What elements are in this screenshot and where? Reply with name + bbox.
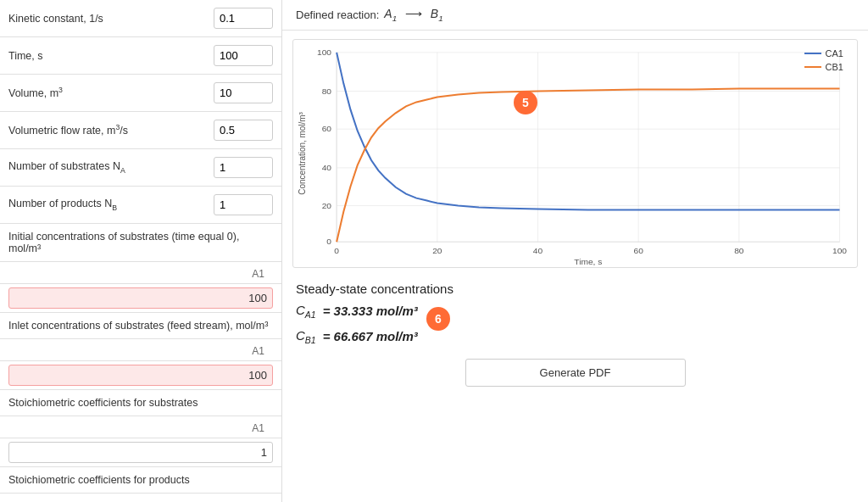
svg-text:20: 20	[322, 200, 332, 209]
stoich-substrates-a1-label: A1	[8, 420, 273, 434]
reaction-header: Defined reaction: A1 ⟶ B1	[282, 0, 868, 31]
cb1-formula-row: CB1 = 66.667 mol/m³	[296, 328, 418, 345]
inlet-conc-header: Inlet concentrations of substrates (feed…	[0, 313, 281, 339]
svg-text:80: 80	[734, 246, 744, 255]
volume-label: Volume, m3	[8, 86, 214, 99]
svg-text:60: 60	[322, 124, 332, 133]
generate-pdf-button[interactable]: Generate PDF	[465, 359, 686, 387]
svg-text:40: 40	[322, 163, 332, 172]
num-products-row: Number of products NB	[0, 187, 281, 224]
svg-text:Time, s: Time, s	[574, 257, 602, 266]
stoich-substrates-a1-input[interactable]	[8, 442, 273, 463]
cb1-value: = 66.667 mol/m³	[323, 329, 418, 343]
initial-conc-a1-label: A1	[8, 265, 273, 280]
badge-5: 5	[514, 91, 537, 114]
time-label: Time, s	[8, 50, 214, 62]
num-products-input[interactable]	[214, 194, 273, 215]
volumetric-flow-row: Volumetric flow rate, m3/s	[0, 112, 281, 149]
ca1-formula-row: CA1 = 33.333 mol/m³	[296, 303, 418, 320]
reaction-formula: A1 ⟶ B1	[384, 7, 442, 23]
initial-conc-label-row: A1	[0, 262, 281, 284]
right-panel: Defined reaction: A1 ⟶ B1 5 CA1 CB1 Conc…	[282, 0, 868, 502]
ca1-value: = 33.333 mol/m³	[323, 304, 418, 318]
chart-svg: Concentration, mol/m³ 0 20 40 60	[293, 40, 857, 267]
svg-text:40: 40	[533, 246, 543, 255]
inlet-conc-label-row: A1	[0, 339, 281, 361]
stoich-substrates-input-row	[0, 438, 281, 467]
num-substrates-row: Number of substrates NA	[0, 149, 281, 187]
svg-text:0: 0	[334, 246, 339, 255]
cb1-legend-label: CB1	[826, 62, 843, 72]
ca1-curve	[337, 53, 839, 210]
num-substrates-label: Number of substrates NA	[8, 160, 214, 175]
svg-text:100: 100	[317, 47, 331, 57]
left-panel: Kinetic constant, 1/s Time, s Volume, m3…	[0, 0, 282, 502]
volumetric-flow-input[interactable]	[214, 120, 273, 141]
svg-text:60: 60	[633, 246, 643, 255]
ca1-legend-label: CA1	[826, 48, 843, 59]
svg-text:100: 100	[832, 246, 847, 255]
badge-6: 6	[426, 307, 450, 331]
kinetic-constant-row: Kinetic constant, 1/s	[0, 0, 281, 37]
chart-area: 5 CA1 CB1 Concentration, mol/m³	[292, 39, 858, 268]
stoich-substrates-header: Stoichiometric coefficients for substrat…	[0, 390, 281, 416]
initial-conc-input-row	[0, 284, 281, 313]
reaction-defined-label: Defined reaction:	[296, 8, 379, 21]
inlet-conc-a1-label: A1	[8, 343, 273, 357]
stoich-products-header: Stoichiometric coefficients for products	[0, 467, 281, 494]
svg-text:80: 80	[322, 86, 332, 95]
volume-input[interactable]	[214, 82, 273, 103]
steady-state-section: Steady-state concentrations CA1 = 33.333…	[282, 273, 868, 400]
initial-conc-header: Initial concentrations of substrates (ti…	[0, 224, 281, 262]
inlet-conc-a1-input[interactable]	[8, 365, 273, 386]
volumetric-flow-label: Volumetric flow rate, m3/s	[8, 123, 214, 137]
kinetic-constant-input[interactable]	[214, 8, 273, 29]
svg-text:0: 0	[326, 237, 331, 246]
inlet-conc-input-row	[0, 361, 281, 390]
stoich-substrates-label-row: A1	[0, 416, 281, 438]
volume-row: Volume, m3	[0, 75, 281, 112]
steady-state-title: Steady-state concentrations	[296, 282, 854, 296]
time-row: Time, s	[0, 37, 281, 75]
time-input[interactable]	[214, 45, 273, 66]
cb1-curve	[337, 88, 839, 242]
svg-text:20: 20	[432, 246, 442, 255]
num-substrates-input[interactable]	[214, 157, 273, 178]
kinetic-constant-label: Kinetic constant, 1/s	[8, 13, 214, 25]
num-products-label: Number of products NB	[8, 198, 214, 212]
chart-legend: CA1 CB1	[804, 48, 843, 72]
svg-text:Concentration, mol/m³: Concentration, mol/m³	[298, 111, 307, 194]
initial-conc-a1-input[interactable]	[8, 287, 273, 309]
